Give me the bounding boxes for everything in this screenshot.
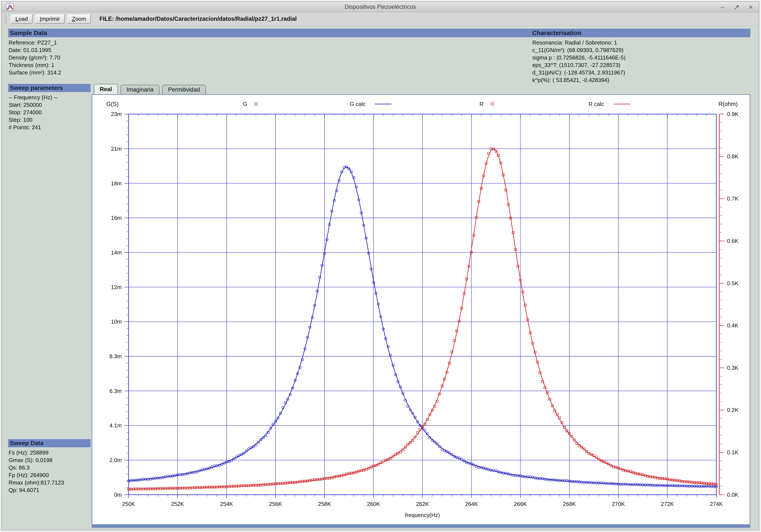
sweep-param-start: Start: 250000 — [9, 101, 92, 109]
load-button-label: oad — [19, 16, 28, 22]
characterisation-fields: Resonancia: Radial / Sobretono: 1 c_11(G… — [532, 39, 626, 84]
svg-text:0.7K: 0.7K — [727, 195, 738, 202]
svg-text:256K: 256K — [269, 501, 282, 507]
sample-field-surface: Surface (mm²): 314.2 — [9, 69, 61, 77]
svg-text:264K: 264K — [465, 501, 478, 507]
zoom-button-mnemonic: Z — [72, 16, 75, 22]
svg-text:260K: 260K — [367, 501, 380, 507]
app-icon — [6, 3, 14, 11]
sweep-parameters-header: Sweep parameters — [8, 84, 90, 92]
app-window: Dispositivos Piezoeléctricos – ↗ × Load … — [1, 1, 759, 530]
svg-text:12m: 12m — [111, 284, 122, 291]
svg-text:270K: 270K — [612, 501, 625, 507]
svg-text:6.3m: 6.3m — [109, 388, 122, 394]
svg-text:250K: 250K — [122, 501, 135, 507]
charac-field-eps33: eps_33^T: (1510.7307, -27.228573) — [532, 61, 626, 69]
sweep-param-step: Step: 100 — [9, 116, 92, 124]
sweep-data-header: Sweep Data — [8, 439, 90, 447]
charac-field-d31: d_31(pN/C): (-128.45734, 2.9311967) — [532, 69, 626, 77]
sweep-data-fs: Fs (Hz): 258899 — [9, 449, 92, 456]
svg-text:21m: 21m — [111, 145, 122, 152]
svg-text:0.4K: 0.4K — [727, 322, 738, 329]
sample-field-thickness: Thickness (mm): 1 — [9, 61, 61, 69]
sample-data-header: Sample Data — [10, 29, 47, 36]
svg-text:18m: 18m — [111, 180, 122, 186]
plot-area: Real Imaginaria Permitividad 23m21m18m16… — [92, 84, 750, 528]
tab-bar: Real Imaginaria Permitividad — [92, 84, 750, 94]
sample-data-fields: Reference: PZ27_1 Date: 01.03.1995 Densi… — [9, 39, 61, 77]
svg-text:258K: 258K — [318, 501, 331, 507]
tab-real[interactable]: Real — [94, 84, 118, 94]
file-path-label: FILE: /home/amador/Datos/Caracterizacion… — [99, 16, 297, 22]
svg-text:254K: 254K — [220, 501, 233, 507]
minimize-button[interactable]: – — [719, 2, 726, 12]
svg-text:frequency(Hz): frequency(Hz) — [405, 512, 440, 518]
svg-text:R: R — [479, 101, 484, 107]
tab-imaginaria[interactable]: Imaginaria — [121, 85, 159, 94]
svg-text:274K: 274K — [710, 501, 723, 507]
close-button[interactable]: × — [747, 2, 755, 12]
chart-panel: 23m21m18m16m14m12m10m8.3m6.3m4.1m2.0m0m2… — [92, 94, 750, 528]
sample-field-density: Density (g/cm³): 7.70 — [9, 54, 61, 61]
sweep-param-stop: Stop: 274000 — [9, 109, 92, 116]
maximize-button[interactable]: ↗ — [733, 2, 740, 12]
window-controls: – ↗ × — [719, 2, 755, 12]
svg-text:0.8K: 0.8K — [727, 153, 738, 160]
sample-field-reference: Reference: PZ27_1 — [9, 39, 61, 46]
zoom-button-label: oom — [75, 16, 86, 22]
imprimir-button-mnemonic: I — [40, 16, 41, 22]
tab-permitividad[interactable]: Permitividad — [162, 85, 206, 94]
chart-canvas[interactable]: 23m21m18m16m14m12m10m8.3m6.3m4.1m2.0m0m2… — [92, 95, 750, 524]
svg-text:0.6K: 0.6K — [727, 238, 738, 244]
svg-text:266K: 266K — [514, 501, 527, 507]
svg-text:G calc: G calc — [350, 101, 366, 107]
svg-text:10m: 10m — [111, 318, 122, 325]
svg-text:23m: 23m — [111, 111, 122, 117]
svg-text:262K: 262K — [416, 501, 429, 507]
sweep-data-block: Sweep Data Fs (Hz): 258899 Gmax (S): 0.0… — [8, 439, 92, 494]
svg-text:0.0K: 0.0K — [727, 492, 738, 498]
sweep-data-fp: Fp (Hz): 264900 — [9, 471, 92, 479]
content-area: Sample Data Characterisation Reference: … — [2, 26, 759, 530]
charac-field-kp: k^p(%): ( 53.85421, -0.428394) — [532, 77, 626, 84]
sweep-data-qs: Qs: 86.3 — [9, 464, 92, 471]
svg-text:272K: 272K — [661, 501, 674, 507]
svg-text:8.3m: 8.3m — [109, 353, 122, 359]
characterisation-header: Characterisation — [532, 29, 581, 36]
load-button-mnemonic: L — [16, 16, 19, 22]
svg-text:4.1m: 4.1m — [109, 422, 122, 429]
imprimir-button[interactable]: Imprimir — [35, 14, 65, 24]
sweep-data-qp: Qp: 94.6071 — [9, 486, 92, 494]
zoom-button[interactable]: Zoom — [67, 14, 91, 24]
window-title: Dispositivos Piezoeléctricos — [2, 4, 759, 10]
charac-field-resonancia: Resonancia: Radial / Sobretono: 1 — [532, 39, 626, 46]
toolbar-grip[interactable] — [5, 15, 7, 23]
svg-text:16m: 16m — [111, 215, 122, 221]
svg-text:R calc: R calc — [588, 101, 604, 107]
svg-text:2.0m: 2.0m — [109, 457, 122, 463]
charac-field-c11: c_11(GN/m²): (68.09393, 0.7987629) — [532, 46, 626, 54]
load-button[interactable]: Load — [11, 14, 32, 24]
charac-field-sigma: sigma p : (0.7256826, -5.4111646E-5) — [532, 54, 626, 61]
svg-text:0m: 0m — [114, 492, 122, 498]
svg-text:14m: 14m — [111, 249, 122, 256]
svg-text:0.1K: 0.1K — [727, 449, 738, 455]
titlebar: Dispositivos Piezoeléctricos – ↗ × — [2, 2, 759, 12]
main-row: Sweep parameters -- Frequency (Hz) -- St… — [8, 84, 750, 530]
sweep-data-gmax: Gmax (S): 0.0198 — [9, 456, 92, 464]
svg-text:R(ohm): R(ohm) — [718, 101, 738, 107]
sweep-parameters-fields: -- Frequency (Hz) -- Start: 250000 Stop:… — [8, 92, 92, 131]
sweep-data-rmax: Rmax (ohm):817.7123 — [9, 479, 92, 486]
sweep-data-fields: Fs (Hz): 258899 Gmax (S): 0.0198 Qs: 86.… — [8, 447, 92, 494]
sweep-param-points: # Points: 241 — [9, 124, 92, 131]
svg-text:0.5K: 0.5K — [727, 280, 738, 287]
svg-text:G(S): G(S) — [106, 101, 119, 107]
svg-text:252K: 252K — [171, 501, 184, 507]
sample-field-date: Date: 01.03.1995 — [9, 46, 61, 54]
left-column: Sweep parameters -- Frequency (Hz) -- St… — [8, 84, 92, 528]
svg-text:268K: 268K — [563, 501, 576, 507]
imprimir-button-label: mprimir — [41, 16, 60, 22]
toolbar: Load Imprimir Zoom FILE: /home/amador/Da… — [2, 12, 759, 26]
info-fields: Reference: PZ27_1 Date: 01.03.1995 Densi… — [8, 37, 750, 84]
svg-text:0.9K: 0.9K — [727, 111, 738, 117]
